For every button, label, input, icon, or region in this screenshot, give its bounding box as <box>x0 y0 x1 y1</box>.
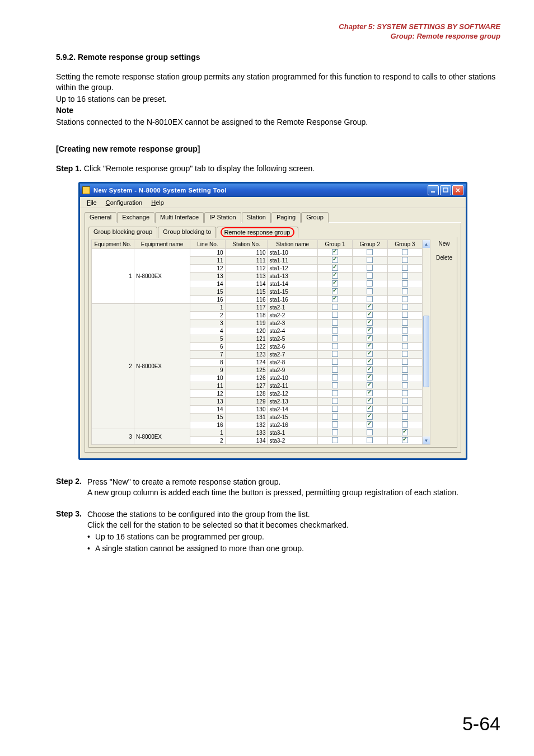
tab-ip-station[interactable]: IP Station <box>204 212 241 223</box>
checkbox[interactable] <box>402 257 408 263</box>
minimize-button[interactable] <box>428 185 439 195</box>
subtab-remote-response-group[interactable]: Remote response group <box>217 227 298 238</box>
checkbox[interactable] <box>402 367 408 373</box>
cell-group1[interactable] <box>317 335 352 343</box>
checkbox[interactable] <box>402 429 408 435</box>
checkbox[interactable] <box>367 320 373 326</box>
checkbox[interactable] <box>367 304 373 310</box>
checkbox[interactable] <box>332 257 338 263</box>
cell-group3[interactable] <box>387 296 422 304</box>
cell-group1[interactable] <box>317 367 352 374</box>
cell-group1[interactable] <box>317 437 352 445</box>
tab-exchange[interactable]: Exchange <box>117 212 154 223</box>
cell-group3[interactable] <box>387 304 422 312</box>
checkbox[interactable] <box>402 414 408 420</box>
scroll-up-icon[interactable]: ▲ <box>423 240 430 248</box>
checkbox[interactable] <box>402 335 408 341</box>
checkbox[interactable] <box>367 398 373 404</box>
checkbox[interactable] <box>332 429 338 435</box>
menu-configuration[interactable]: Configuration <box>101 198 147 207</box>
menu-file[interactable]: File <box>82 198 101 207</box>
checkbox[interactable] <box>367 390 373 396</box>
checkbox[interactable] <box>332 382 338 388</box>
cell-group2[interactable] <box>353 288 387 296</box>
checkbox[interactable] <box>367 257 373 263</box>
vertical-scrollbar[interactable]: ▲ ▼ <box>423 240 430 445</box>
cell-group3[interactable] <box>387 359 422 367</box>
cell-group3[interactable] <box>387 249 422 257</box>
cell-group1[interactable] <box>317 359 352 367</box>
checkbox[interactable] <box>367 327 373 334</box>
checkbox[interactable] <box>367 335 373 341</box>
checkbox[interactable] <box>332 437 338 443</box>
checkbox[interactable] <box>402 374 408 381</box>
checkbox[interactable] <box>402 320 408 326</box>
checkbox[interactable] <box>332 406 338 412</box>
cell-group3[interactable] <box>387 367 422 374</box>
checkbox[interactable] <box>367 351 373 357</box>
checkbox[interactable] <box>402 437 408 443</box>
checkbox[interactable] <box>402 351 408 357</box>
cell-group1[interactable] <box>317 406 352 414</box>
checkbox[interactable] <box>402 406 408 412</box>
cell-group3[interactable] <box>387 382 422 390</box>
station-grid[interactable]: Equipment No. Equipment name Line No. St… <box>91 240 423 445</box>
checkbox[interactable] <box>332 374 338 381</box>
checkbox[interactable] <box>332 335 338 341</box>
cell-group1[interactable] <box>317 414 352 421</box>
cell-group3[interactable] <box>387 320 422 327</box>
checkbox[interactable] <box>332 265 338 271</box>
menu-help[interactable]: Help <box>147 198 168 207</box>
checkbox[interactable] <box>402 296 408 302</box>
checkbox[interactable] <box>367 414 373 420</box>
checkbox[interactable] <box>332 359 338 365</box>
cell-group1[interactable] <box>317 327 352 335</box>
checkbox[interactable] <box>402 421 408 428</box>
checkbox[interactable] <box>402 280 408 287</box>
cell-group1[interactable] <box>317 390 352 398</box>
cell-group2[interactable] <box>353 273 387 280</box>
checkbox[interactable] <box>402 304 408 310</box>
checkbox[interactable] <box>367 382 373 388</box>
tab-station[interactable]: Station <box>242 212 271 223</box>
checkbox[interactable] <box>367 265 373 271</box>
checkbox[interactable] <box>402 273 408 279</box>
maximize-button[interactable] <box>440 185 451 195</box>
cell-group3[interactable] <box>387 327 422 335</box>
cell-group3[interactable] <box>387 257 422 265</box>
col-line-no[interactable]: Line No. <box>190 240 225 249</box>
cell-group3[interactable] <box>387 406 422 414</box>
col-station-no[interactable]: Station No. <box>225 240 268 249</box>
checkbox[interactable] <box>332 273 338 279</box>
checkbox[interactable] <box>367 296 373 302</box>
cell-group1[interactable] <box>317 351 352 359</box>
col-equip-no[interactable]: Equipment No. <box>92 240 134 249</box>
cell-group3[interactable] <box>387 273 422 280</box>
close-button[interactable] <box>452 185 463 195</box>
col-group3[interactable]: Group 3 <box>387 240 422 249</box>
cell-group2[interactable] <box>353 257 387 265</box>
cell-group1[interactable] <box>317 382 352 390</box>
cell-group3[interactable] <box>387 312 422 320</box>
checkbox[interactable] <box>367 429 373 435</box>
checkbox[interactable] <box>402 343 408 349</box>
checkbox[interactable] <box>332 320 338 326</box>
cell-group2[interactable] <box>353 249 387 257</box>
checkbox[interactable] <box>367 249 373 255</box>
checkbox[interactable] <box>332 296 338 302</box>
cell-group3[interactable] <box>387 335 422 343</box>
checkbox[interactable] <box>402 359 408 365</box>
cell-group2[interactable] <box>353 265 387 273</box>
tab-group[interactable]: Group <box>301 212 329 223</box>
cell-group3[interactable] <box>387 398 422 406</box>
cell-group1[interactable] <box>317 374 352 382</box>
checkbox[interactable] <box>332 249 338 255</box>
checkbox[interactable] <box>332 327 338 334</box>
tab-general[interactable]: General <box>85 212 116 223</box>
checkbox[interactable] <box>367 406 373 412</box>
titlebar[interactable]: New System - N-8000 System Setting Tool <box>80 184 466 197</box>
checkbox[interactable] <box>402 390 408 396</box>
checkbox[interactable] <box>332 343 338 349</box>
new-button[interactable]: New <box>434 241 455 247</box>
subtab-group-blocking-to[interactable]: Group blocking to <box>158 227 216 238</box>
